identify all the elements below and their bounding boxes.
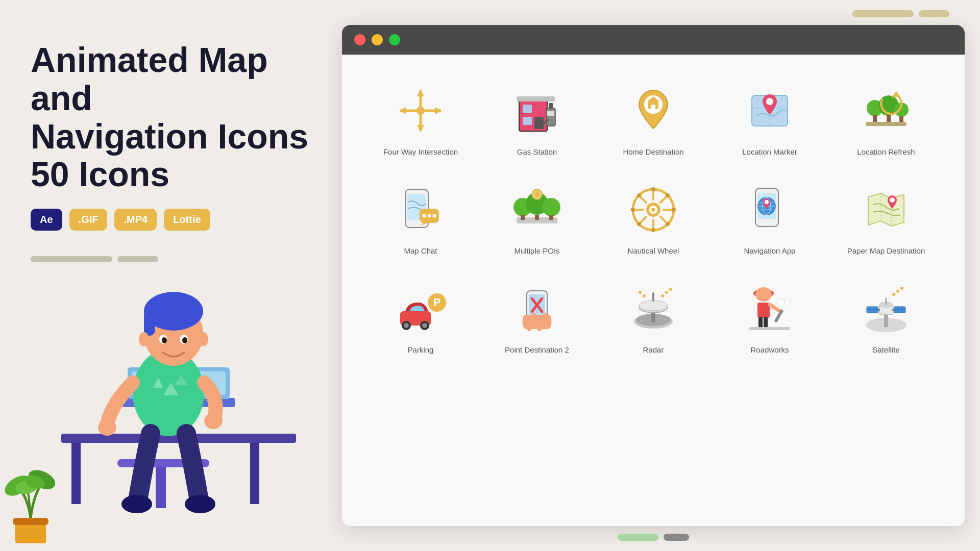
icon-item-home-destination[interactable]: Home Destination xyxy=(595,70,712,164)
svg-marker-61 xyxy=(891,91,900,97)
icon-item-radar[interactable]: Radar xyxy=(595,268,712,362)
svg-point-74 xyxy=(542,198,560,216)
four-way-intersection-label: Four Way Intersection xyxy=(383,147,458,156)
nautical-wheel-label: Nautical Wheel xyxy=(628,246,679,255)
svg-point-21 xyxy=(121,495,152,513)
top-decorative-bars xyxy=(342,10,965,17)
svg-rect-135 xyxy=(764,317,768,328)
icon-item-map-chat[interactable]: Map Chat xyxy=(362,169,479,263)
svg-point-68 xyxy=(433,214,436,218)
map-chat-icon xyxy=(390,179,451,240)
svg-point-24 xyxy=(198,332,208,346)
svg-rect-71 xyxy=(521,215,525,220)
nautical-wheel-icon xyxy=(623,179,684,240)
icon-item-four-way-intersection[interactable]: Four Way Intersection xyxy=(362,70,479,164)
svg-rect-141 xyxy=(749,327,790,330)
navigation-app-icon xyxy=(739,179,800,240)
top-bar-2 xyxy=(919,10,949,17)
svg-point-96 xyxy=(637,222,641,226)
svg-point-18 xyxy=(182,337,187,343)
svg-marker-35 xyxy=(399,107,406,114)
svg-point-111 xyxy=(404,323,409,328)
multiple-pois-label: Multiple POIs xyxy=(514,246,559,255)
bottom-bar-2 xyxy=(664,534,689,541)
paper-map-destination-icon xyxy=(855,179,917,240)
svg-point-20 xyxy=(204,413,223,429)
location-refresh-label: Location Refresh xyxy=(857,147,915,156)
svg-rect-133 xyxy=(757,303,770,318)
badge-mp4: .MP4 xyxy=(114,209,157,231)
badge-gif: .GIF xyxy=(69,209,108,231)
icon-item-multiple-pois[interactable]: Multiple POIs xyxy=(479,169,595,263)
icon-item-navigation-app[interactable]: Navigation App xyxy=(712,169,828,263)
svg-point-17 xyxy=(162,337,167,343)
paper-map-destination-label: Paper Map Destination xyxy=(847,246,925,255)
icon-item-satellite[interactable]: Satellite xyxy=(828,268,944,362)
traffic-light-yellow[interactable] xyxy=(372,34,383,45)
svg-marker-33 xyxy=(417,89,424,96)
svg-marker-36 xyxy=(435,107,442,114)
svg-point-37 xyxy=(416,107,425,115)
person-illustration xyxy=(20,245,306,551)
svg-point-22 xyxy=(185,495,215,513)
icon-item-point-destination-2[interactable]: Point Destination 2 xyxy=(479,268,595,362)
svg-point-158 xyxy=(896,290,899,293)
svg-point-90 xyxy=(651,187,655,191)
parking-icon: P xyxy=(390,278,451,339)
svg-marker-34 xyxy=(417,125,424,132)
svg-point-92 xyxy=(631,208,635,212)
point-destination-2-label: Point Destination 2 xyxy=(505,345,569,354)
svg-rect-149 xyxy=(878,309,880,311)
svg-point-95 xyxy=(666,193,670,197)
svg-rect-60 xyxy=(866,122,906,126)
traffic-light-green[interactable] xyxy=(389,34,400,45)
svg-rect-55 xyxy=(873,115,877,123)
svg-text:P: P xyxy=(433,296,441,309)
svg-point-108 xyxy=(890,197,895,203)
svg-rect-49 xyxy=(651,105,655,109)
multiple-pois-icon xyxy=(506,179,568,240)
badge-row: Ae .GIF .MP4 Lottie xyxy=(31,209,311,231)
home-destination-icon xyxy=(623,80,684,141)
gas-station-label: Gas Station xyxy=(517,147,557,156)
satellite-label: Satellite xyxy=(872,345,899,354)
svg-point-113 xyxy=(422,323,427,328)
location-marker-icon xyxy=(739,80,800,141)
four-way-intersection-icon xyxy=(390,80,451,141)
svg-point-140 xyxy=(777,299,785,306)
radar-label: Radar xyxy=(643,345,664,354)
location-marker-label: Location Marker xyxy=(742,147,797,156)
svg-rect-43 xyxy=(547,111,554,116)
traffic-light-red[interactable] xyxy=(354,34,365,45)
svg-rect-1 xyxy=(71,443,81,504)
svg-point-97 xyxy=(666,222,670,226)
svg-point-19 xyxy=(98,419,116,436)
icon-item-parking[interactable]: P Parking xyxy=(362,268,479,362)
svg-point-129 xyxy=(643,294,646,297)
icon-grid: Four Way Intersection xyxy=(362,70,944,362)
svg-rect-134 xyxy=(758,317,763,328)
browser-window: Four Way Intersection xyxy=(342,25,965,526)
svg-point-91 xyxy=(651,228,655,232)
icon-item-gas-station[interactable]: Gas Station xyxy=(479,70,595,164)
svg-point-127 xyxy=(665,291,668,294)
svg-point-128 xyxy=(669,288,672,291)
svg-rect-73 xyxy=(535,215,539,220)
svg-rect-154 xyxy=(892,309,894,311)
svg-point-159 xyxy=(900,287,903,290)
svg-point-93 xyxy=(672,208,676,212)
svg-point-139 xyxy=(785,299,791,306)
icon-item-location-marker[interactable]: Location Marker xyxy=(712,70,828,164)
svg-point-124 xyxy=(639,300,668,311)
icon-item-roadworks[interactable]: Roadworks xyxy=(712,268,828,362)
point-destination-2-icon xyxy=(506,278,568,339)
browser-titlebar xyxy=(342,25,965,55)
svg-point-126 xyxy=(661,294,664,297)
navigation-app-label: Navigation App xyxy=(744,246,796,255)
roadworks-label: Roadworks xyxy=(750,345,789,354)
icon-item-location-refresh[interactable]: Location Refresh xyxy=(828,70,944,164)
svg-rect-75 xyxy=(549,215,553,220)
icon-item-paper-map-destination[interactable]: Paper Map Destination xyxy=(828,169,944,263)
svg-point-89 xyxy=(651,208,655,212)
icon-item-nautical-wheel[interactable]: Nautical Wheel xyxy=(595,169,712,263)
